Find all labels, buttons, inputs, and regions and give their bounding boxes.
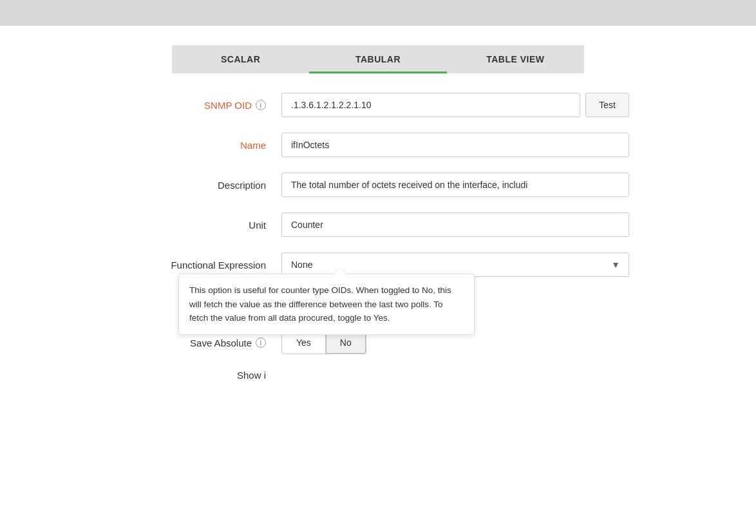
snmp-oid-row: SNMP OID i Test xyxy=(127,93,629,117)
tab-tableview[interactable]: TABLE VIEW xyxy=(447,45,584,73)
tooltip-arrow xyxy=(334,268,346,274)
description-control xyxy=(281,173,629,197)
test-button[interactable]: Test xyxy=(585,93,629,117)
name-control xyxy=(281,133,629,157)
name-row: Name xyxy=(127,133,629,157)
save-absolute-row: Save Absolute i Yes No This option is us… xyxy=(127,331,629,354)
description-row: Description xyxy=(127,173,629,197)
show-in-row: Show i xyxy=(127,370,629,381)
save-absolute-yes-button[interactable]: Yes xyxy=(282,332,325,354)
save-absolute-tooltip: This option is useful for counter type O… xyxy=(178,274,475,335)
unit-label: Unit xyxy=(127,220,281,231)
unit-row: Unit xyxy=(127,213,629,237)
save-absolute-label: Save Absolute i xyxy=(127,337,281,348)
snmp-oid-info-icon[interactable]: i xyxy=(256,100,266,110)
unit-input[interactable] xyxy=(281,213,629,237)
snmp-oid-control: Test xyxy=(281,93,629,117)
tab-tabular[interactable]: TABULAR xyxy=(309,45,446,73)
snmp-oid-label: SNMP OID i xyxy=(127,100,281,111)
save-absolute-info-icon[interactable]: i xyxy=(256,337,266,348)
save-absolute-no-button[interactable]: No xyxy=(325,332,366,354)
main-content: SCALAR TABULAR TABLE VIEW SNMP OID i Tes… xyxy=(0,26,756,532)
name-label: Name xyxy=(127,140,281,151)
form-area: SNMP OID i Test Name Description xyxy=(88,93,668,396)
description-input[interactable] xyxy=(281,173,629,197)
top-bar xyxy=(0,0,756,26)
name-input[interactable] xyxy=(281,133,629,157)
description-label: Description xyxy=(127,180,281,191)
unit-control xyxy=(281,213,629,237)
oid-row: Test xyxy=(281,93,629,117)
tabs-container: SCALAR TABULAR TABLE VIEW xyxy=(172,45,584,73)
show-in-label: Show i xyxy=(127,370,281,381)
tab-scalar[interactable]: SCALAR xyxy=(172,45,309,73)
snmp-oid-input[interactable] xyxy=(281,93,580,117)
functional-expression-label: Functional Expression xyxy=(127,260,281,271)
